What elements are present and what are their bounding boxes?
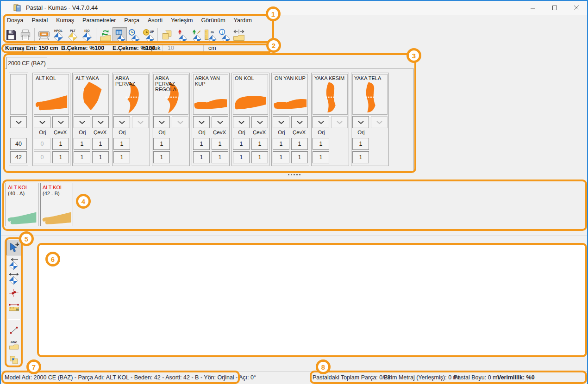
quantity-cell[interactable]: 1 [113,151,130,163]
flip-horizontal-tool[interactable] [6,257,21,270]
piece-preview-on-kol[interactable]: ON KOL [233,74,268,115]
quantity-cell[interactable]: 1 [193,138,210,150]
quantity-cell[interactable]: 1 [113,138,130,150]
size-column-dropdown[interactable] [10,116,27,128]
refresh-import-button[interactable] [98,27,113,43]
menu-item-dosya[interactable]: Dosya [3,16,27,26]
orientation-dropdown-1[interactable] [233,116,250,128]
menu-item-par-a[interactable]: Parça [120,16,144,26]
piece-preview-on-yan-kup[interactable]: ON YAN KUP [273,74,308,115]
orientation-dropdown-2[interactable] [291,116,308,128]
plotter-button[interactable] [37,27,51,43]
quantity-cell[interactable]: 1 [233,151,250,163]
model-tab[interactable]: 2000 CE (BAZ) [6,57,47,69]
quantity-cell[interactable]: 1 [313,151,329,163]
piece-preview-alt-yaka[interactable]: ALT YAKA [74,74,109,115]
piece-preview-arka-pervaz[interactable]: ARKA PERVAZ [113,74,149,115]
quantity-cell[interactable]: 1 [52,138,69,150]
quantity-cell[interactable]: 1 [352,151,369,163]
maximize-button[interactable] [544,1,565,15]
quantity-cell[interactable]: 1 [313,138,329,150]
gap-value-field[interactable]: 10 [168,45,174,51]
placed-piece-card-2[interactable]: ALT KOL(42 - B) [40,183,73,226]
menu-item-g-r-n-m[interactable]: Görünüm [197,16,229,26]
quantity-cell[interactable]: 1 [291,138,308,150]
piece-preview-yaka-kesim[interactable]: YAKA KESIM [313,74,348,115]
quantity-cell[interactable]: 1 [233,138,250,150]
menu-item-parametreler[interactable]: Parametreler [78,16,120,26]
diamond-format-button[interactable]: ISO [80,27,94,43]
quantity-cell[interactable]: 1 [193,151,210,163]
menu-item-pastal[interactable]: Pastal [27,16,52,26]
placed-piece-name: ALT KOL [8,185,36,191]
info-button[interactable]: i [217,27,231,43]
splitter-handle[interactable] [1,174,587,175]
quantity-cell[interactable]: 1 [352,138,369,150]
quantity-cell[interactable]: 1 [92,138,109,150]
dropdown-row [233,116,268,128]
quantity-cell[interactable]: 1 [153,151,170,163]
orientation-dropdown-2[interactable] [52,116,69,128]
size-cell-40[interactable]: 40 [10,138,27,150]
piece-preview-alt-kol[interactable]: ALT KOL [34,74,69,115]
menu-item-kuma[interactable]: Kumaş [52,16,78,26]
orientation-dropdown-1[interactable] [313,116,329,128]
orientation-dropdown-1[interactable] [34,116,50,128]
diamond-format-button[interactable]: HPGL [51,27,65,43]
close-button[interactable] [565,1,587,15]
menu-item-yerle-im[interactable]: Yerleşim [167,16,197,26]
piece-preview-yaka-tela[interactable]: YAKA TELA [352,74,388,115]
marker-canvas[interactable] [38,245,585,356]
orientation-dropdown-1[interactable] [74,116,90,128]
duplicate-tool[interactable] [6,353,21,366]
direction-up-red-button[interactable] [174,27,188,43]
orientation-dropdown-2[interactable] [212,116,228,128]
quantity-cell[interactable]: 1 [92,151,109,163]
minimize-button[interactable] [522,1,544,15]
piece-preview-arka-pervaz-regola[interactable]: ARKA PERVAZ REGOLA [153,74,188,115]
piece-preview-arka-yan-kup[interactable]: ARKA YAN KUP [193,74,228,115]
line-tool[interactable] [6,324,21,337]
quantity-cell[interactable]: 1 [74,151,90,163]
quantity-cell[interactable]: 1 [52,151,69,163]
select-move-tool[interactable] [6,241,21,255]
quantity-cell[interactable]: 1 [74,138,90,150]
orientation-dropdown-1[interactable] [273,116,289,128]
orientation-dropdown-1[interactable] [352,116,369,128]
save-button[interactable] [4,27,18,43]
orientation-dropdown-1[interactable] [113,116,130,128]
time-button[interactable] [127,27,141,43]
save-icon [5,29,18,42]
print-button[interactable] [18,27,32,43]
placed-piece-card-1[interactable]: ALT KOL(40 - A) [6,183,38,226]
quantity-cell[interactable]: 1 [273,151,289,163]
duplicate-piece-button[interactable] [160,27,174,43]
quantity-cell[interactable]: 1 [251,138,268,150]
measure-m-icon: m [204,29,217,42]
size-cell-42[interactable]: 42 [10,151,27,163]
width-folder-icon [232,29,245,42]
quantity-cell[interactable]: 1 [212,138,228,150]
measure-ruler-tool[interactable]: m [6,302,21,315]
text-label-tool[interactable]: abc [6,339,21,352]
orientation-dropdown-2[interactable] [251,116,268,128]
width-folder-button[interactable] [231,27,246,43]
orientation-dropdown-2[interactable] [92,116,109,128]
point-distance-tool[interactable] [6,287,21,300]
quantity-cell[interactable]: 1 [212,151,228,163]
diamond-format-yellow-button[interactable]: PLT [65,27,80,43]
orientation-dropdown-1[interactable] [153,116,170,128]
menu-item-asorti[interactable]: Asorti [144,16,167,26]
time-up-button[interactable]: UP [141,27,156,43]
quantity-cell[interactable]: 1 [153,138,170,150]
direction-up-green-button[interactable] [188,27,203,43]
flip-both-tool[interactable] [6,272,21,285]
menu-item-yard-m[interactable]: Yardım [230,16,256,26]
orientation-dropdown-1[interactable] [193,116,210,128]
measure-m-button[interactable]: m [203,27,217,43]
quantity-cell[interactable]: 1 [251,151,268,163]
piece-card-on-kol: ON KOLOrjÇevX1111 [231,73,269,166]
quantity-cell[interactable]: 1 [273,138,289,150]
quantity-cell[interactable]: 1 [291,151,308,163]
layout-grid-button[interactable] [113,27,127,43]
